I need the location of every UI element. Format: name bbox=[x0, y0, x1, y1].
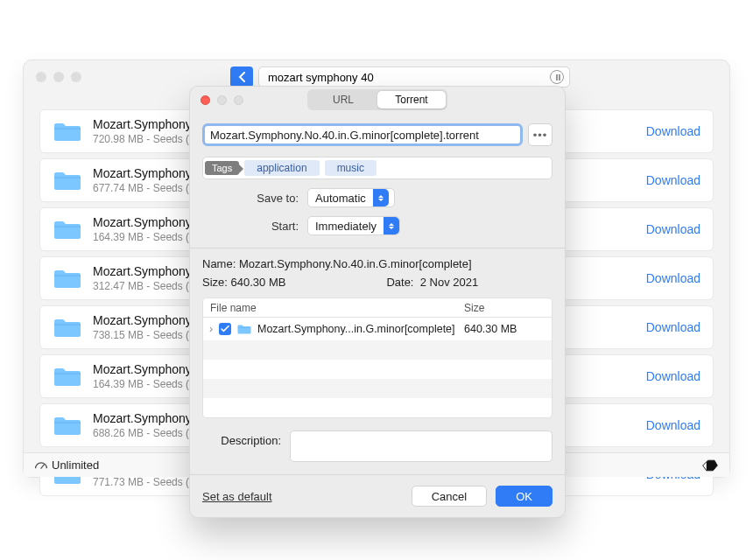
add-torrent-sheet: URL Torrent Mozart.Symphony.No.40.in.G.m… bbox=[189, 86, 566, 518]
file-list: File name Size › Mozart.Symphony...in.G.… bbox=[202, 298, 552, 418]
meta-size-key: Size: bbox=[202, 276, 228, 289]
svg-line-0 bbox=[41, 465, 44, 468]
chevron-updown-icon bbox=[373, 189, 389, 206]
description-input[interactable] bbox=[290, 430, 552, 462]
tag-music[interactable]: music bbox=[325, 160, 376, 176]
close-window-button[interactable] bbox=[201, 95, 210, 105]
search-box[interactable] bbox=[258, 66, 570, 88]
torrent-path-input[interactable]: Mozart.Symphony.No.40.in.G.minor[complet… bbox=[202, 123, 523, 146]
nav-back-button[interactable] bbox=[230, 66, 253, 88]
file-name: Mozart.Symphony...in.G.minor[complete] bbox=[257, 323, 455, 335]
search-input[interactable] bbox=[266, 70, 562, 85]
file-header-name[interactable]: File name bbox=[203, 298, 464, 317]
save-to-label: Save to: bbox=[202, 192, 307, 205]
meta-name-value: Mozart.Symphony.No.40.in.G.minor[complet… bbox=[239, 257, 472, 270]
minimize-window-button bbox=[217, 95, 227, 105]
gauge-icon bbox=[34, 458, 48, 472]
meta-size-value: 640.30 MB bbox=[231, 276, 286, 289]
folder-icon bbox=[53, 413, 82, 438]
source-segmented-control[interactable]: URL Torrent bbox=[307, 89, 447, 110]
download-link[interactable]: Download bbox=[646, 271, 700, 285]
pause-search-icon[interactable] bbox=[550, 70, 564, 84]
tab-torrent[interactable]: Torrent bbox=[377, 91, 446, 108]
start-select[interactable]: Immediately bbox=[307, 216, 400, 235]
set-default-link[interactable]: Set as default bbox=[202, 490, 272, 503]
folder-icon bbox=[236, 323, 252, 335]
folder-icon bbox=[53, 315, 82, 340]
chevron-updown-icon bbox=[384, 217, 399, 234]
sheet-traffic-lights[interactable] bbox=[201, 95, 243, 105]
download-link[interactable]: Download bbox=[646, 369, 700, 383]
save-to-select[interactable]: Automatic bbox=[307, 188, 395, 207]
eraser-icon[interactable] bbox=[701, 458, 719, 472]
save-to-value: Automatic bbox=[315, 192, 366, 205]
download-link[interactable]: Download bbox=[646, 320, 700, 334]
zoom-window-button bbox=[234, 95, 243, 105]
browse-button[interactable]: ••• bbox=[528, 123, 552, 146]
description-label: Description: bbox=[202, 430, 290, 462]
tag-application[interactable]: application bbox=[244, 160, 319, 176]
download-link[interactable]: Download bbox=[646, 222, 700, 236]
folder-icon bbox=[53, 217, 82, 242]
expand-caret-icon[interactable]: › bbox=[203, 323, 219, 335]
ok-button[interactable]: OK bbox=[496, 486, 552, 507]
download-link[interactable]: Download bbox=[646, 124, 700, 138]
footer-status-label: Unlimited bbox=[52, 458, 99, 472]
file-checkbox[interactable] bbox=[219, 323, 231, 335]
torrent-meta: Name: Mozart.Symphony.No.40.in.G.minor[c… bbox=[202, 257, 552, 289]
meta-date-key: Date: bbox=[386, 276, 413, 289]
file-header-size[interactable]: Size bbox=[464, 298, 552, 317]
sheet-header: URL Torrent bbox=[190, 87, 565, 113]
download-link[interactable]: Download bbox=[646, 418, 700, 432]
tags-label: Tags bbox=[205, 161, 239, 175]
file-row[interactable]: › Mozart.Symphony...in.G.minor[complete]… bbox=[203, 318, 552, 340]
start-value: Immediately bbox=[315, 220, 376, 233]
folder-icon bbox=[53, 364, 82, 388]
window-traffic-lights[interactable] bbox=[36, 72, 81, 82]
chevron-left-icon bbox=[237, 72, 246, 82]
download-link[interactable]: Download bbox=[646, 173, 700, 187]
folder-icon bbox=[53, 119, 82, 144]
torrent-path-value: Mozart.Symphony.No.40.in.G.minor[complet… bbox=[210, 129, 479, 142]
cancel-button[interactable]: Cancel bbox=[412, 486, 487, 507]
start-label: Start: bbox=[202, 220, 307, 233]
meta-name-key: Name: bbox=[202, 257, 236, 270]
folder-icon bbox=[53, 266, 82, 290]
meta-date-value: 2 Nov 2021 bbox=[420, 276, 479, 289]
tab-url[interactable]: URL bbox=[309, 91, 377, 108]
tags-field[interactable]: Tags application music bbox=[202, 157, 552, 179]
folder-icon bbox=[53, 168, 82, 192]
file-size: 640.30 MB bbox=[464, 323, 517, 335]
